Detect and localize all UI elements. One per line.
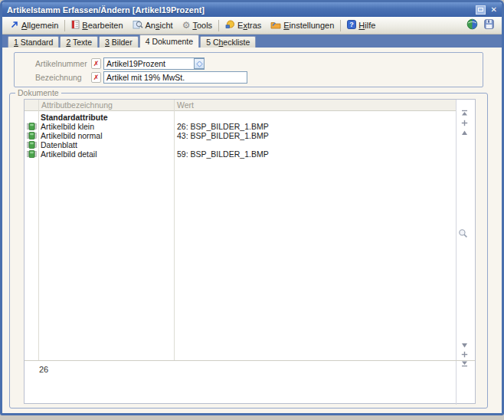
grid-bottom-line xyxy=(25,360,475,361)
globe-icon[interactable] xyxy=(466,18,478,33)
edit-notebook-icon xyxy=(71,20,80,31)
menu-item-allgemein[interactable]: Allgemein xyxy=(5,18,63,32)
article-header-box: Artikelnummer ✗ Bezeichnung ✗ xyxy=(14,52,483,87)
menu-bar: Allgemein Bearbeiten Ansicht ⚙ Tools Ext… xyxy=(2,17,502,34)
clear-bezeichnung-button[interactable]: ✗ xyxy=(91,72,101,83)
arrow-ne-icon xyxy=(10,20,19,31)
menu-separator xyxy=(218,20,219,31)
help-icon: ? xyxy=(347,20,356,31)
close-button[interactable]: ✕ xyxy=(491,5,497,15)
menu-item-bearbeiten[interactable]: Bearbeiten xyxy=(67,18,127,32)
clear-artikelnummer-button[interactable]: ✗ xyxy=(91,58,101,69)
screen: Artikelstamm Erfassen/Ändern [Artikel19P… xyxy=(0,0,504,420)
menu-item-ansicht[interactable]: Ansicht xyxy=(128,18,178,32)
table-row[interactable]: Artikelbild detail 59: BSP_BILDER_1.BMP xyxy=(25,149,456,159)
column-header-attributbezeichnung[interactable]: Attributbezeichnung xyxy=(38,100,113,111)
grid-line xyxy=(456,100,457,405)
lookup-button[interactable] xyxy=(194,58,205,69)
image-attachment-icon xyxy=(27,150,37,159)
selected-cell-detail: 26 xyxy=(39,365,48,374)
tab-strip: 1 Standard 2 Texte 3 Bilder 4 Dokumente … xyxy=(2,34,502,48)
svg-text:?: ? xyxy=(350,21,355,28)
tab-bilder[interactable]: 3 Bilder xyxy=(99,36,139,48)
tab-texte[interactable]: 2 Texte xyxy=(60,36,98,48)
table-row[interactable]: Artikelbild klein 26: BSP_BILDER_1.BMP xyxy=(25,122,456,131)
scroll-to-bottom-icon[interactable] xyxy=(459,356,470,370)
dokumente-group-box: Dokumente Attributbezeichnung Wert Stand… xyxy=(9,93,488,409)
dokumente-group-label: Dokumente xyxy=(15,88,61,97)
restore-button[interactable] xyxy=(476,5,486,15)
menu-item-tools[interactable]: ⚙ Tools xyxy=(178,19,217,31)
tab-checkliste[interactable]: 5 Checkliste xyxy=(200,36,256,48)
extras-gold-icon xyxy=(225,20,235,31)
magnifier-page-icon xyxy=(133,20,143,31)
menu-item-extras[interactable]: Extras xyxy=(221,18,266,32)
menu-separator xyxy=(64,20,65,31)
zoom-magnifier-icon[interactable] xyxy=(457,228,468,241)
artikelnummer-label: Artikelnummer xyxy=(35,59,87,68)
gear-icon: ⚙ xyxy=(182,21,191,30)
table-row[interactable]: Standardattribute xyxy=(25,113,456,122)
tab-dokumente[interactable]: 4 Dokumente xyxy=(139,34,199,48)
save-icon[interactable] xyxy=(484,18,494,32)
menu-item-einstellungen[interactable]: Einstellungen xyxy=(266,19,339,32)
window-title: Artikelstamm Erfassen/Ändern [Artikel19P… xyxy=(7,5,476,15)
tab-content-dokumente: Artikelnummer ✗ Bezeichnung ✗ Dokumente xyxy=(2,48,502,413)
settings-folder-icon xyxy=(270,21,281,31)
documents-panel: Attributbezeichnung Wert Standardattribu… xyxy=(24,99,476,404)
app-window: Artikelstamm Erfassen/Ändern [Artikel19P… xyxy=(0,0,504,415)
artikelnummer-input[interactable] xyxy=(103,57,205,70)
table-row[interactable]: Artikelbild normal 43: BSP_BILDER_1.BMP xyxy=(25,131,456,140)
menu-separator xyxy=(340,20,341,31)
bezeichnung-label: Bezeichnung xyxy=(35,73,82,82)
table-header: Attributbezeichnung Wert xyxy=(25,100,456,111)
bezeichnung-input[interactable] xyxy=(103,71,247,84)
tab-standard[interactable]: 1 Standard xyxy=(8,36,59,48)
scroll-up-icon[interactable] xyxy=(459,126,470,139)
title-bar: Artikelstamm Erfassen/Ändern [Artikel19P… xyxy=(2,2,502,17)
column-header-wert[interactable]: Wert xyxy=(174,100,194,111)
restore-icon xyxy=(478,8,483,11)
table-row[interactable]: Datenblatt xyxy=(25,140,456,149)
menu-item-hilfe[interactable]: ? Hilfe xyxy=(342,18,380,32)
